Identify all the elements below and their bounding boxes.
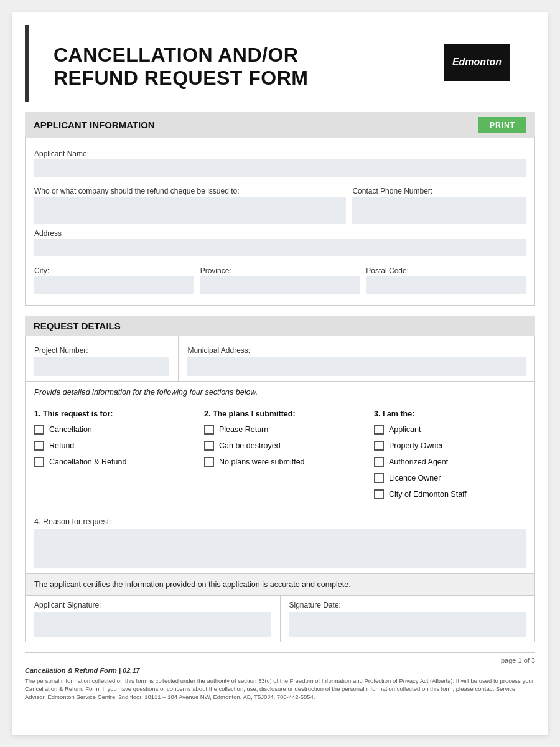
applicant-name-input[interactable] <box>34 159 526 177</box>
checkbox-can-be-destroyed[interactable]: Can be destroyed <box>204 441 356 451</box>
form-title: CANCELLATION AND/OR REFUND REQUEST FORM <box>54 44 309 90</box>
checkbox-cancellation[interactable]: Cancellation <box>34 425 186 435</box>
checkbox-property-owner[interactable]: Property Owner <box>374 441 526 451</box>
checkbox-applicant-label: Applicant <box>389 425 421 434</box>
postal-code-input[interactable] <box>366 276 526 294</box>
request-details-section: REQUEST DETAILS Project Number: Municipa… <box>25 316 535 642</box>
checkbox-section-1: 1. This request is for: Cancellation Ref… <box>26 403 195 512</box>
contact-phone-col: Contact Phone Number: <box>352 182 526 224</box>
request-details-header: REQUEST DETAILS <box>25 316 535 336</box>
province-input[interactable] <box>200 276 360 294</box>
municipal-address-col: Municipal Address: <box>179 336 534 381</box>
checkbox-applicant[interactable]: Applicant <box>374 425 526 435</box>
footer-page-info: page 1 of 3 <box>25 657 535 664</box>
refund-cheque-col: Who or what company should the refund ch… <box>34 182 346 224</box>
checkbox-cancellation-label: Cancellation <box>49 425 92 434</box>
contact-phone-input[interactable] <box>352 197 526 224</box>
checkbox-city-staff-label: City of Edmonton Staff <box>389 490 467 499</box>
reason-input[interactable] <box>34 529 526 568</box>
checkbox-cancellation-refund-label: Cancellation & Refund <box>49 458 126 466</box>
signature-input[interactable] <box>34 612 271 637</box>
applicant-form-body: Applicant Name: Who or what company shou… <box>25 138 535 306</box>
address-input[interactable] <box>34 239 526 256</box>
municipal-address-input[interactable] <box>187 357 526 376</box>
footer-brand: Cancellation & Refund Form | 02.17 <box>25 667 535 674</box>
signature-date-input[interactable] <box>289 612 526 637</box>
request-details-body: Project Number: Municipal Address: Provi… <box>25 336 535 642</box>
title-line1: CANCELLATION AND/OR <box>54 44 298 66</box>
checkbox-cancellation-refund[interactable]: Cancellation & Refund <box>34 457 186 467</box>
footer: page 1 of 3 Cancellation & Refund Form |… <box>25 652 535 702</box>
postal-code-col: Postal Code: <box>366 261 526 294</box>
footer-legal: The personal information collected on th… <box>25 677 535 702</box>
checkbox-no-plans-label: No plans were submitted <box>219 458 305 466</box>
section1-title: 1. This request is for: <box>34 410 186 418</box>
checkbox-city-staff-box[interactable] <box>374 489 384 499</box>
checkbox-please-return-label: Please Return <box>219 425 268 434</box>
city-input[interactable] <box>34 276 194 294</box>
checkbox-city-staff[interactable]: City of Edmonton Staff <box>374 489 526 499</box>
address-label: Address <box>34 229 526 238</box>
checkbox-section-2: 2. The plans I submitted: Please Return … <box>195 403 365 512</box>
checkbox-licence-owner[interactable]: Licence Owner <box>374 473 526 483</box>
checkbox-please-return[interactable]: Please Return <box>204 425 356 435</box>
project-number-col: Project Number: <box>26 336 179 381</box>
checkbox-licence-owner-label: Licence Owner <box>389 474 441 482</box>
title-line2: REFUND REQUEST FORM <box>54 67 309 89</box>
checkbox-property-owner-label: Property Owner <box>389 441 444 450</box>
checkbox-please-return-box[interactable] <box>204 425 214 435</box>
instructions-row: Provide detailed information for the fol… <box>26 382 534 403</box>
certify-text: The applicant certifies the information … <box>34 580 351 589</box>
checkbox-cancellation-refund-box[interactable] <box>34 457 44 467</box>
contact-phone-label: Contact Phone Number: <box>352 187 526 195</box>
refund-cheque-input[interactable] <box>34 197 346 224</box>
signature-col: Applicant Signature: <box>26 596 281 642</box>
municipal-address-label: Municipal Address: <box>187 346 526 355</box>
request-details-title: REQUEST DETAILS <box>34 321 121 331</box>
section2-title: 2. The plans I submitted: <box>204 410 356 418</box>
project-number-input[interactable] <box>34 357 169 376</box>
project-number-label: Project Number: <box>34 346 169 355</box>
certify-row: The applicant certifies the information … <box>26 574 534 596</box>
checkbox-refund-label: Refund <box>49 441 74 450</box>
section3-title: 3. I am the: <box>374 410 526 418</box>
refund-cheque-label: Who or what company should the refund ch… <box>34 187 346 195</box>
applicant-section-header: APPLICANT INFORMATION PRINT <box>25 112 535 138</box>
city-col: City: <box>34 261 194 294</box>
signature-row: Applicant Signature: Signature Date: <box>26 596 534 642</box>
checkbox-can-be-destroyed-label: Can be destroyed <box>219 441 281 450</box>
signature-label: Applicant Signature: <box>34 601 271 609</box>
city-label: City: <box>34 266 194 275</box>
signature-date-col: Signature Date: <box>281 596 535 642</box>
checkbox-applicant-box[interactable] <box>374 425 384 435</box>
postal-code-label: Postal Code: <box>366 266 526 275</box>
applicant-section-title: APPLICANT INFORMATION <box>34 120 155 130</box>
checkbox-authorized-agent-box[interactable] <box>374 457 384 467</box>
instructions-text: Provide detailed information for the fol… <box>34 388 258 397</box>
checkbox-can-be-destroyed-box[interactable] <box>204 441 214 451</box>
checkbox-no-plans[interactable]: No plans were submitted <box>204 457 356 467</box>
print-button[interactable]: PRINT <box>478 117 526 133</box>
province-col: Province: <box>200 261 360 294</box>
checkbox-cancellation-box[interactable] <box>34 425 44 435</box>
checkbox-section-3: 3. I am the: Applicant Property Owner Au… <box>365 403 534 512</box>
signature-date-label: Signature Date: <box>289 601 526 609</box>
checkbox-no-plans-box[interactable] <box>204 457 214 467</box>
applicant-section: APPLICANT INFORMATION PRINT Applicant Na… <box>25 112 535 306</box>
project-address-row: Project Number: Municipal Address: <box>26 336 534 382</box>
checkbox-refund-box[interactable] <box>34 441 44 451</box>
applicant-name-label: Applicant Name: <box>34 149 526 158</box>
checkboxes-row: 1. This request is for: Cancellation Ref… <box>26 403 534 512</box>
checkbox-refund[interactable]: Refund <box>34 441 186 451</box>
checkbox-property-owner-box[interactable] <box>374 441 384 451</box>
edmonton-logo: Edmonton <box>444 44 510 81</box>
checkbox-licence-owner-box[interactable] <box>374 473 384 483</box>
checkbox-authorized-agent[interactable]: Authorized Agent <box>374 457 526 467</box>
reason-label: 4. Reason for request: <box>34 517 526 526</box>
province-label: Province: <box>200 266 360 275</box>
reason-row: 4. Reason for request: <box>26 512 534 574</box>
checkbox-authorized-agent-label: Authorized Agent <box>389 458 448 466</box>
